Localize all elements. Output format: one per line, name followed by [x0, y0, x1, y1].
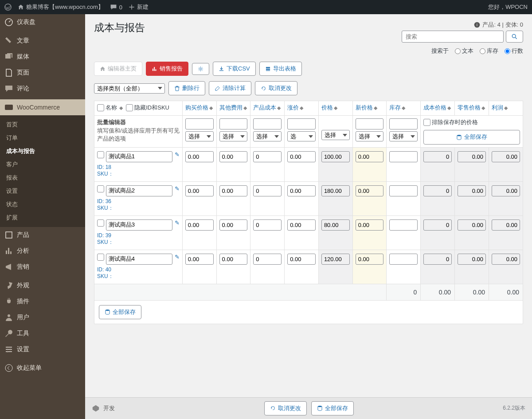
stock-input[interactable] — [389, 219, 418, 231]
search-button[interactable] — [506, 31, 523, 43]
product-cost-input[interactable] — [253, 219, 282, 231]
markup-input[interactable] — [287, 254, 316, 265]
bulk-purchase-select[interactable]: 选择 — [185, 131, 214, 141]
radio-rows[interactable]: 行数 — [505, 47, 523, 55]
markup-input[interactable] — [287, 151, 316, 162]
woo-settings[interactable]: 设置 — [0, 184, 85, 198]
product-cost-input[interactable] — [253, 185, 282, 196]
product-name-input[interactable] — [106, 185, 172, 196]
edit-icon[interactable]: ✎ — [175, 254, 180, 260]
editor-home-button[interactable]: 编辑器主页 — [94, 62, 142, 76]
th-markup[interactable]: 涨价◆ — [285, 101, 319, 116]
user-greeting[interactable]: 您好，WPOCN — [488, 3, 528, 11]
bulk-markup-input[interactable] — [287, 118, 316, 129]
sidebar-pages[interactable]: 页面 — [0, 65, 85, 81]
row-check[interactable] — [97, 151, 104, 158]
header-hide-id-sku[interactable]: 隐藏ID和SKU — [126, 104, 169, 112]
sidebar-products[interactable]: 产品 — [0, 227, 85, 243]
row-check[interactable] — [97, 219, 104, 227]
sidebar-analytics[interactable]: 分析 — [0, 243, 85, 259]
row-check[interactable] — [97, 185, 104, 192]
bulk-cost-select[interactable]: 选择 — [253, 131, 282, 141]
bulk-markup-select[interactable]: 选 — [287, 131, 316, 141]
th-purchase-price[interactable]: 购买价格◆ — [182, 101, 216, 116]
sidebar-settings[interactable]: 设置 — [0, 341, 85, 355]
download-csv-button[interactable]: 下载CSV — [213, 62, 256, 76]
other-cost-input[interactable] — [219, 185, 248, 196]
new-price-input[interactable] — [356, 185, 384, 196]
sidebar-users[interactable]: 用户 — [0, 309, 85, 325]
other-cost-input[interactable] — [219, 254, 248, 265]
stock-input[interactable] — [389, 185, 418, 196]
th-product-cost[interactable]: 产品成本◆ — [250, 101, 285, 116]
th-new-price[interactable]: 新价格◆ — [352, 101, 387, 116]
purchase-input[interactable] — [185, 219, 214, 231]
product-cost-input[interactable] — [253, 254, 282, 265]
bulk-other-input[interactable] — [219, 118, 248, 129]
woo-reports[interactable]: 报表 — [0, 171, 85, 184]
sales-report-button[interactable]: 销售报告 — [146, 62, 188, 76]
bulk-other-select[interactable]: 选择 — [219, 131, 248, 141]
woo-cost-reports[interactable]: 成本与报告 — [0, 145, 85, 158]
bulk-newprice-select[interactable]: 选择 — [356, 131, 384, 141]
markup-input[interactable] — [287, 185, 316, 196]
exclude-saved-price-check[interactable]: 排除保存时的价格 — [423, 118, 478, 126]
stock-input[interactable] — [389, 151, 418, 162]
th-retail-price[interactable]: 零售价格◆ — [455, 101, 489, 116]
sidebar-appearance[interactable]: 外观 — [0, 278, 85, 294]
sidebar-dashboard[interactable]: 仪表盘 — [0, 14, 85, 30]
product-name-input[interactable] — [106, 151, 172, 162]
th-profit[interactable]: 利润◆ — [489, 101, 523, 116]
th-price[interactable]: 价格◆ — [318, 101, 352, 116]
clear-calc-button[interactable]: 清除计算 — [209, 81, 251, 95]
wp-logo[interactable] — [4, 4, 12, 11]
edit-icon[interactable]: ✎ — [175, 151, 180, 158]
product-name-input[interactable] — [106, 219, 172, 231]
product-name-input[interactable] — [106, 254, 172, 265]
product-cost-input[interactable] — [253, 151, 282, 162]
new-price-input[interactable] — [356, 151, 384, 162]
woo-extensions[interactable]: 扩展 — [0, 211, 85, 224]
sidebar-tools[interactable]: 工具 — [0, 325, 85, 341]
woo-orders[interactable]: 订单 — [0, 131, 85, 145]
category-select[interactable]: 选择类别（全部） — [94, 83, 165, 94]
bulk-price-select[interactable]: 选择 — [321, 130, 350, 140]
comments-link[interactable]: 0 — [110, 4, 122, 11]
purchase-input[interactable] — [185, 151, 214, 162]
bulk-stock-select[interactable]: 选择 — [389, 131, 418, 141]
edit-icon[interactable]: ✎ — [175, 185, 180, 192]
other-cost-input[interactable] — [219, 219, 248, 231]
footer-save-all-button[interactable]: 全部保存 — [99, 305, 141, 319]
sidebar-media[interactable]: 媒体 — [0, 49, 85, 65]
th-cost-price[interactable]: 成本价格◆ — [421, 101, 455, 116]
new-price-input[interactable] — [356, 254, 384, 265]
bulk-stock-input[interactable] — [389, 118, 418, 129]
woo-home[interactable]: 首页 — [0, 118, 85, 131]
markup-input[interactable] — [287, 219, 316, 231]
new-price-input[interactable] — [356, 219, 384, 231]
other-cost-input[interactable] — [219, 151, 248, 162]
price-input[interactable] — [321, 185, 350, 196]
bulk-cost-input[interactable] — [253, 118, 282, 129]
stock-input[interactable] — [389, 254, 418, 265]
row-check[interactable] — [97, 254, 104, 261]
price-input[interactable] — [321, 219, 350, 231]
settings-button[interactable] — [192, 63, 209, 75]
new-link[interactable]: 新建 — [129, 3, 149, 11]
price-input[interactable] — [321, 254, 350, 265]
sidebar-marketing[interactable]: 营销 — [0, 259, 85, 275]
search-input[interactable] — [402, 31, 504, 43]
sidebar-comments[interactable]: 评论 — [0, 81, 85, 97]
bulk-newprice-input[interactable] — [356, 118, 384, 129]
radio-stock[interactable]: 库存 — [480, 47, 498, 55]
th-other-cost[interactable]: 其他费用◆ — [216, 101, 250, 116]
bulk-save-all-button[interactable]: 全部保存 — [423, 130, 520, 144]
undo-button[interactable]: 取消更改 — [255, 81, 297, 95]
radio-text[interactable]: 文本 — [455, 47, 473, 55]
bulk-purchase-input[interactable] — [185, 118, 214, 129]
sidebar-woocommerce[interactable]: WooCommerce — [0, 99, 85, 115]
purchase-input[interactable] — [185, 254, 214, 265]
sidebar-plugins[interactable]: 插件 — [0, 294, 85, 309]
export-table-button[interactable]: 导出表格 — [259, 62, 302, 76]
purchase-input[interactable] — [185, 185, 214, 196]
